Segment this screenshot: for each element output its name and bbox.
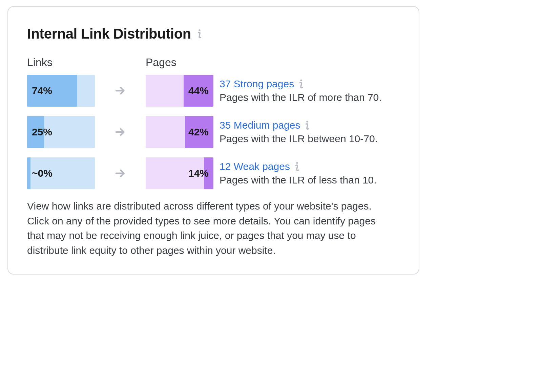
pages-bar: 42%: [146, 116, 213, 148]
info-icon[interactable]: [304, 120, 311, 131]
links-bar: 25%: [27, 116, 95, 148]
row-description: 35 Medium pages Pages with the ILR betwe…: [213, 118, 400, 146]
row-subtext: Pages with the ILR of less than 10.: [220, 173, 400, 187]
card-title: Internal Link Distribution: [27, 26, 191, 42]
distribution-row: ~0% 14% 12 Weak pages Pages with the ILR…: [27, 157, 400, 189]
links-header: Links: [27, 56, 95, 69]
arrow-right-icon: [95, 85, 146, 97]
medium-pages-link[interactable]: 35 Medium pages: [220, 118, 300, 132]
pages-bar: 44%: [146, 75, 213, 107]
links-percent: ~0%: [32, 168, 53, 179]
row-description: 12 Weak pages Pages with the ILR of less…: [213, 160, 400, 187]
row-subtext: Pages with the ILR of more than 70.: [220, 91, 400, 105]
row-subtext: Pages with the ILR between 10-70.: [220, 132, 400, 146]
strong-pages-link[interactable]: 37 Strong pages: [220, 77, 294, 91]
svg-point-1: [300, 79, 302, 81]
links-percent: 74%: [32, 85, 52, 96]
links-bar-fill: [27, 157, 30, 189]
distribution-row: 74% 44% 37 Strong pages Pages with the I…: [27, 75, 400, 107]
info-icon[interactable]: [297, 79, 305, 89]
svg-point-0: [199, 29, 200, 31]
weak-pages-link[interactable]: 12 Weak pages: [220, 160, 290, 174]
column-headers: Links Pages: [27, 56, 400, 69]
footer-text: View how links are distributed across di…: [27, 199, 379, 258]
links-bar: ~0%: [27, 157, 95, 189]
info-icon[interactable]: [196, 28, 203, 39]
internal-link-distribution-card: Internal Link Distribution Links Pages 7…: [7, 6, 419, 275]
row-description: 37 Strong pages Pages with the ILR of mo…: [213, 77, 400, 105]
distribution-row: 25% 42% 35 Medium pages Pages with the I…: [27, 116, 400, 148]
pages-header: Pages: [146, 56, 213, 69]
arrow-right-icon: [95, 167, 146, 179]
pages-percent: 42%: [188, 126, 209, 138]
pages-bar: 14%: [146, 157, 213, 189]
pages-percent: 14%: [188, 168, 209, 179]
pages-percent: 44%: [188, 85, 209, 96]
svg-point-2: [307, 121, 308, 122]
links-percent: 25%: [32, 126, 52, 138]
info-icon[interactable]: [293, 161, 301, 172]
arrow-right-icon: [95, 126, 146, 138]
title-row: Internal Link Distribution: [27, 26, 400, 42]
svg-point-3: [296, 162, 298, 164]
links-bar: 74%: [27, 75, 95, 107]
